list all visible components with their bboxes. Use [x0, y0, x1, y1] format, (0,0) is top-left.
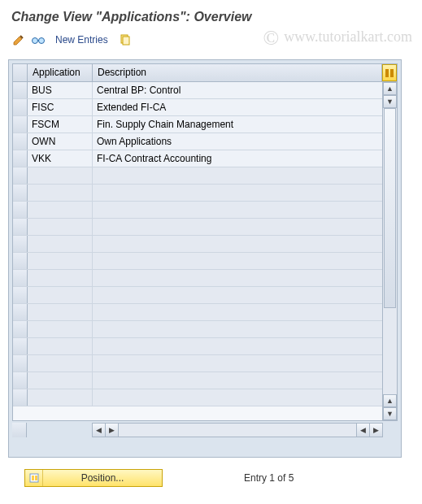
- row-selector[interactable]: [13, 355, 28, 371]
- row-selector[interactable]: [13, 99, 28, 115]
- table-row[interactable]: [13, 304, 382, 321]
- table-row[interactable]: FSCMFin. Supply Chain Management: [13, 116, 382, 133]
- cell-application[interactable]: [28, 219, 93, 235]
- scroll-left-icon[interactable]: ◀: [93, 424, 106, 437]
- scroll-down-step-icon[interactable]: ▲: [383, 394, 397, 407]
- cell-application[interactable]: [28, 185, 93, 201]
- cell-application[interactable]: [28, 338, 93, 354]
- cell-application[interactable]: [28, 270, 93, 286]
- cell-description[interactable]: [93, 202, 382, 218]
- table-row[interactable]: [13, 372, 382, 389]
- cell-description[interactable]: [93, 253, 382, 269]
- cell-description[interactable]: [93, 338, 382, 354]
- scroll-down-icon[interactable]: ▼: [383, 407, 397, 420]
- vertical-scrollbar[interactable]: ▲ ▼ ▲ ▼: [382, 82, 397, 420]
- row-selector[interactable]: [13, 270, 28, 286]
- row-selector[interactable]: [13, 253, 28, 269]
- row-selector[interactable]: [13, 389, 28, 406]
- row-selector[interactable]: [13, 219, 28, 235]
- cell-application[interactable]: [28, 389, 93, 406]
- horizontal-scrollbar[interactable]: ◀ ▶ ◀ ▶: [92, 423, 383, 437]
- svg-point-0: [33, 38, 38, 44]
- table-row[interactable]: [13, 270, 382, 287]
- cell-description[interactable]: [93, 236, 382, 252]
- cell-description[interactable]: FI-CA Contract Accounting: [93, 150, 382, 167]
- row-selector[interactable]: [13, 202, 28, 218]
- cell-description[interactable]: [93, 219, 382, 235]
- cell-description[interactable]: Central BP: Control: [93, 82, 382, 98]
- table-row[interactable]: VKKFI-CA Contract Accounting: [13, 150, 382, 167]
- cell-application[interactable]: [28, 355, 93, 371]
- row-selector[interactable]: [13, 150, 28, 167]
- copy-icon[interactable]: [118, 33, 133, 47]
- cell-description[interactable]: [93, 355, 382, 371]
- position-button[interactable]: Position...: [24, 469, 163, 487]
- cell-description[interactable]: [93, 270, 382, 286]
- row-selector[interactable]: [13, 133, 28, 150]
- hscroll-track[interactable]: [119, 424, 356, 437]
- scroll-track[interactable]: [383, 108, 397, 394]
- column-header-application[interactable]: Application: [28, 64, 93, 81]
- table-row[interactable]: FISCExtended FI-CA: [13, 99, 382, 116]
- select-all-cell[interactable]: [13, 64, 28, 81]
- cell-description[interactable]: [93, 287, 382, 303]
- hscroll-corner: [12, 423, 27, 437]
- row-selector[interactable]: [13, 82, 28, 98]
- scroll-right-step-icon[interactable]: ◀: [356, 424, 369, 437]
- cell-application[interactable]: [28, 321, 93, 337]
- row-selector[interactable]: [13, 236, 28, 252]
- cell-description[interactable]: [93, 372, 382, 389]
- cell-application[interactable]: OWN: [28, 133, 93, 150]
- table-row[interactable]: [13, 321, 382, 338]
- row-selector[interactable]: [13, 185, 28, 201]
- scroll-up-icon[interactable]: ▲: [383, 82, 397, 95]
- cell-application[interactable]: [28, 372, 93, 389]
- scroll-up-step-icon[interactable]: ▼: [383, 95, 397, 108]
- change-icon[interactable]: [11, 33, 26, 47]
- cell-application[interactable]: [28, 202, 93, 218]
- table-row[interactable]: [13, 287, 382, 304]
- scroll-right-icon[interactable]: ▶: [369, 424, 382, 437]
- cell-application[interactable]: VKK: [28, 150, 93, 167]
- table-row[interactable]: [13, 389, 382, 406]
- scroll-left-step-icon[interactable]: ▶: [106, 424, 119, 437]
- table-row[interactable]: [13, 185, 382, 202]
- table-row[interactable]: [13, 236, 382, 253]
- table-row[interactable]: OWNOwn Applications: [13, 133, 382, 150]
- table-row[interactable]: BUSCentral BP: Control: [13, 82, 382, 99]
- cell-application[interactable]: [28, 304, 93, 320]
- cell-description[interactable]: [93, 167, 382, 184]
- new-entries-button[interactable]: New Entries: [50, 34, 113, 46]
- row-selector[interactable]: [13, 167, 28, 184]
- row-selector[interactable]: [13, 372, 28, 389]
- row-selector[interactable]: [13, 304, 28, 320]
- row-selector[interactable]: [13, 116, 28, 133]
- table-settings-icon[interactable]: [382, 64, 397, 81]
- cell-application[interactable]: [28, 287, 93, 303]
- cell-application[interactable]: [28, 167, 93, 184]
- row-selector[interactable]: [13, 321, 28, 337]
- table-row[interactable]: [13, 219, 382, 236]
- cell-description[interactable]: [93, 185, 382, 201]
- row-selector[interactable]: [13, 287, 28, 303]
- glasses-icon[interactable]: [31, 33, 46, 47]
- cell-application[interactable]: [28, 236, 93, 252]
- cell-description[interactable]: [93, 389, 382, 406]
- cell-application[interactable]: FSCM: [28, 116, 93, 133]
- cell-description[interactable]: [93, 304, 382, 320]
- table-row[interactable]: [13, 167, 382, 185]
- cell-application[interactable]: BUS: [28, 82, 93, 98]
- table-row[interactable]: [13, 355, 382, 372]
- cell-description[interactable]: Own Applications: [93, 133, 382, 150]
- table-row[interactable]: [13, 253, 382, 270]
- table-row[interactable]: [13, 338, 382, 355]
- cell-description[interactable]: Extended FI-CA: [93, 99, 382, 115]
- column-header-description[interactable]: Description: [93, 64, 382, 81]
- cell-description[interactable]: [93, 321, 382, 337]
- scroll-thumb[interactable]: [384, 108, 396, 308]
- cell-description[interactable]: Fin. Supply Chain Management: [93, 116, 382, 133]
- cell-application[interactable]: [28, 253, 93, 269]
- table-row[interactable]: [13, 202, 382, 219]
- row-selector[interactable]: [13, 338, 28, 354]
- cell-application[interactable]: FISC: [28, 99, 93, 115]
